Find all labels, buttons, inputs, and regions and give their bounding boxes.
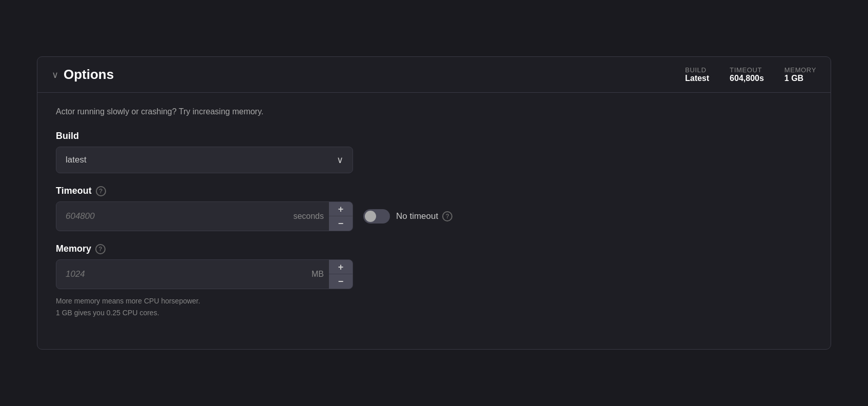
timeout-field-group: Timeout ? seconds + − (56, 186, 812, 231)
timeout-decrement-button[interactable]: − (329, 216, 353, 231)
header-stats: BUILD Latest TIMEOUT 604,800s MEMORY 1 G… (685, 66, 816, 83)
timeout-unit-label: seconds (293, 212, 329, 221)
no-timeout-label: No timeout ? (396, 211, 452, 221)
memory-stat-label: MEMORY (784, 66, 816, 74)
hint-text: Actor running slowly or crashing? Try in… (56, 107, 812, 116)
options-panel: ∨ Options BUILD Latest TIMEOUT 604,800s … (37, 56, 831, 350)
options-title: Options (64, 67, 114, 83)
timeout-input-wrapper: seconds + − (56, 201, 353, 231)
build-select-value: latest (66, 155, 87, 165)
memory-hint-line1: More memory means more CPU horsepower. (56, 295, 812, 307)
memory-field-group: Memory ? MB + − More memory means more C… (56, 243, 812, 318)
options-header: ∨ Options BUILD Latest TIMEOUT 604,800s … (37, 57, 831, 93)
memory-hint: More memory means more CPU horsepower. 1… (56, 295, 812, 318)
timeout-stat-value: 604,800s (730, 74, 764, 83)
collapse-icon[interactable]: ∨ (52, 69, 58, 80)
memory-input-wrapper: MB + − (56, 259, 353, 289)
memory-input[interactable] (56, 262, 312, 287)
timeout-label: Timeout ? (56, 186, 812, 196)
memory-increment-button[interactable]: + (329, 260, 353, 274)
toggle-slider (363, 209, 390, 224)
timeout-help-icon[interactable]: ? (96, 186, 106, 196)
build-label: Build (56, 131, 812, 141)
timeout-stepper: + − (329, 202, 353, 231)
timeout-input-row: seconds + − No timeout ? (56, 201, 812, 231)
timeout-increment-button[interactable]: + (329, 202, 353, 216)
memory-help-icon[interactable]: ? (95, 244, 106, 254)
timeout-stat-label: TIMEOUT (730, 66, 762, 74)
options-body: Actor running slowly or crashing? Try in… (37, 93, 831, 349)
memory-label: Memory ? (56, 243, 812, 254)
build-stat: BUILD Latest (685, 66, 709, 83)
build-field-group: Build latest ∨ (56, 131, 812, 173)
no-timeout-toggle[interactable] (363, 209, 390, 224)
memory-stepper: + − (329, 260, 353, 289)
no-timeout-group: No timeout ? (363, 209, 452, 224)
timeout-input[interactable] (56, 204, 293, 229)
build-select[interactable]: latest ∨ (56, 147, 353, 173)
memory-decrement-button[interactable]: − (329, 274, 353, 289)
timeout-stat: TIMEOUT 604,800s (730, 66, 764, 83)
build-stat-label: BUILD (685, 66, 707, 74)
no-timeout-help-icon[interactable]: ? (442, 211, 452, 221)
build-chevron-down-icon: ∨ (337, 154, 343, 166)
build-stat-value: Latest (685, 74, 709, 83)
memory-stat-value: 1 GB (784, 74, 803, 83)
options-title-group: ∨ Options (52, 67, 114, 83)
memory-stat: MEMORY 1 GB (784, 66, 816, 83)
memory-hint-line2: 1 GB gives you 0.25 CPU cores. (56, 307, 812, 318)
memory-unit-label: MB (312, 270, 329, 279)
memory-input-row: MB + − (56, 259, 812, 289)
